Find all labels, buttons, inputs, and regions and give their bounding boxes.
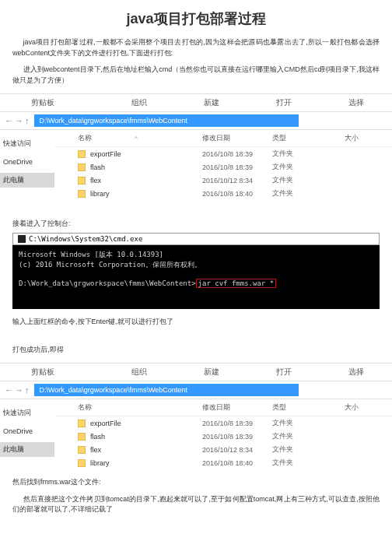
cmd-highlighted-command: jar cvf fmms.war * <box>196 279 277 288</box>
toolbar-select[interactable]: 选择 <box>320 94 392 111</box>
sort-caret-icon: ^ <box>135 135 138 142</box>
file-list-header[interactable]: 名称^ 修改日期 类型 大小 <box>54 130 392 147</box>
file-row[interactable]: exportFile2016/10/8 18:39文件夹 <box>54 147 392 160</box>
explorer-navrow: ← → ↑ D:\Work_data\grgworkspace\fmms\Web… <box>0 112 392 130</box>
toolbar-organize[interactable]: 组织 <box>103 364 176 381</box>
file-row[interactable]: exportFile2016/10/8 18:39文件夹 <box>54 416 392 430</box>
explorer-toolbar: 剪贴板 组织 新建 打开 选择 <box>0 93 392 112</box>
file-list-header[interactable]: 名称 修改日期 类型 大小 <box>54 399 392 416</box>
nav-back-icon[interactable]: ← <box>5 116 13 125</box>
toolbar-open[interactable]: 打开 <box>247 94 320 111</box>
folder-icon <box>78 190 86 198</box>
toolbar-open[interactable]: 打开 <box>247 364 320 381</box>
sidebar-quick-access[interactable]: 快速访问 <box>0 136 54 151</box>
cmd-output-line: (c) 2016 Microsoft Corporation。保留所有权利。 <box>19 260 373 271</box>
folder-icon <box>78 177 86 184</box>
file-list-pane: 名称 修改日期 类型 大小 exportFile2016/10/8 18:39文… <box>54 399 392 469</box>
intro-para: java项目打包部署过程,一般都不会采用整个项目去打包的,因为这样会把源码也暴露… <box>0 34 392 61</box>
nav-back-icon[interactable]: ← <box>5 385 13 395</box>
file-row[interactable]: flex2016/10/12 8:34文件夹 <box>54 174 392 187</box>
folder-icon <box>78 420 86 427</box>
cmd-titlebar: C:\Windows\System32\cmd.exe <box>12 233 380 245</box>
sidebar-this-pc[interactable]: 此电脑 <box>0 442 54 457</box>
final-para: 然后直接把这个文件拷贝到tomcat的目录下,跑起来就可以了,至于如何配置tom… <box>0 491 392 518</box>
explorer-sidebar: 快速访问 OneDrive 此电脑 <box>0 130 54 200</box>
nav-forward-icon[interactable]: → <box>15 385 23 395</box>
address-bar[interactable]: D:\Work_data\grgworkspace\fmms\WebConten… <box>34 384 299 396</box>
step-para-2: 接着进入了控制台: <box>0 216 392 233</box>
nav-up-icon[interactable]: ↑ <box>25 385 30 395</box>
explorer-sidebar: 快速访问 OneDrive 此电脑 <box>0 399 54 469</box>
cmd-output-line: Microsoft Windows [版本 10.0.14393] <box>19 250 373 261</box>
page-title: java项目打包部署过程 <box>0 0 392 34</box>
file-row[interactable]: flex2016/10/12 8:34文件夹 <box>54 443 392 456</box>
toolbar-new[interactable]: 新建 <box>176 94 248 111</box>
explorer-toolbar: 剪贴板 组织 新建 打开 选择 <box>0 363 392 381</box>
sidebar-quick-access[interactable]: 快速访问 <box>0 406 54 420</box>
file-list-pane: 名称^ 修改日期 类型 大小 exportFile2016/10/8 18:39… <box>54 130 392 200</box>
step-para-5: 然后找到fmms.war这个文件: <box>0 474 392 491</box>
file-row[interactable]: flash2016/10/8 18:39文件夹 <box>54 430 392 443</box>
file-row[interactable]: library2016/10/8 18:40文件夹 <box>54 456 392 469</box>
nav-forward-icon[interactable]: → <box>15 116 23 125</box>
folder-icon <box>78 459 86 467</box>
toolbar-select[interactable]: 选择 <box>320 364 392 381</box>
address-bar[interactable]: D:\Work_data\grgworkspace\fmms\WebConten… <box>34 114 299 127</box>
toolbar-organize[interactable]: 组织 <box>103 94 176 111</box>
sidebar-onedrive[interactable]: OneDrive <box>0 425 54 437</box>
step-para-3: 输入上面红框的命令,按下Enter键,就可以进行打包了 <box>0 314 392 331</box>
cmd-prompt-line[interactable]: D:\Work_data\grgworkspace\fmms\WebConten… <box>19 279 373 290</box>
folder-icon <box>78 163 86 171</box>
sidebar-onedrive[interactable]: OneDrive <box>0 156 54 168</box>
folder-icon <box>78 150 86 158</box>
step-para-4: 打包成功后,即得 <box>0 342 392 359</box>
file-row[interactable]: flash2016/10/8 18:39文件夹 <box>54 160 392 174</box>
folder-icon <box>78 446 86 454</box>
folder-icon <box>78 433 86 441</box>
nav-up-icon[interactable]: ↑ <box>25 116 30 125</box>
explorer-navrow: ← → ↑ D:\Work_data\grgworkspace\fmms\Web… <box>0 381 392 399</box>
toolbar-paste[interactable]: 剪贴板 <box>0 364 103 381</box>
step-para-1: 进入到webcontent目录下,然后在地址栏输入cmd（当然你也可以直接在运行… <box>0 61 392 89</box>
sidebar-this-pc[interactable]: 此电脑 <box>0 173 54 188</box>
cmd-window: C:\Windows\System32\cmd.exe Microsoft Wi… <box>12 233 380 310</box>
toolbar-paste[interactable]: 剪贴板 <box>0 94 103 111</box>
toolbar-new[interactable]: 新建 <box>176 364 248 381</box>
file-row[interactable]: library2016/10/8 18:40文件夹 <box>54 187 392 200</box>
cmd-icon <box>18 235 26 243</box>
